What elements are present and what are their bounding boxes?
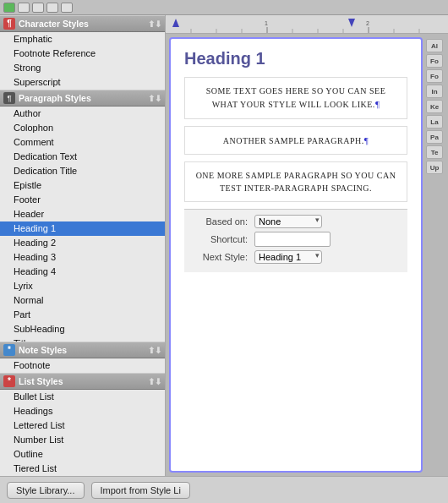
svg-rect-0 xyxy=(166,15,448,34)
list-styles-icon: * xyxy=(3,375,15,387)
style-library-button[interactable]: Style Library... xyxy=(7,482,85,499)
scroll-btn-al[interactable]: Al xyxy=(426,39,443,52)
list-item[interactable]: Number List xyxy=(0,433,165,447)
based-on-select-wrap[interactable]: None xyxy=(254,215,322,228)
list-item[interactable]: Outline xyxy=(0,447,165,462)
based-on-label: Based on: xyxy=(191,216,254,227)
next-style-select[interactable]: Heading 1 xyxy=(254,250,322,264)
bottom-bar: Style Library... Import from Style Li xyxy=(0,476,448,503)
list-item[interactable]: Bullet List xyxy=(0,390,165,404)
scroll-btn-te[interactable]: Te xyxy=(426,145,443,159)
list-item[interactable]: Footer xyxy=(0,193,165,207)
list-item[interactable]: Lyrix xyxy=(0,279,165,293)
list-item[interactable]: Footnote Reference xyxy=(0,46,165,61)
shortcut-value xyxy=(254,232,401,247)
preview-text-block-2: ANOTHER SAMPLE PARAGRAPH.¶ xyxy=(184,126,407,156)
character-styles-label: Character Styles xyxy=(19,19,89,29)
toolbar-btn-3[interactable] xyxy=(46,3,58,13)
toolbar-btn-4[interactable] xyxy=(61,3,73,13)
scroll-btn-up[interactable]: Up xyxy=(426,161,443,174)
paragraph-styles-header[interactable]: ¶ Paragraph Styles ⬆⬇ xyxy=(0,90,165,107)
list-item[interactable]: Author xyxy=(0,107,165,121)
scroll-buttons: Al Fo Fo In Ke La Pa Te Up xyxy=(426,37,445,473)
list-item[interactable]: Comment xyxy=(0,135,165,150)
character-styles-list: Emphatic Footnote Reference Strong Super… xyxy=(0,32,165,90)
preview-area: Heading 1 SOME TEXT GOES HERE SO YOU CAN… xyxy=(166,34,448,476)
list-styles-arrows: ⬆⬇ xyxy=(148,377,161,386)
list-item[interactable]: Part xyxy=(0,308,165,322)
next-style-label: Next Style: xyxy=(191,252,254,262)
scroll-btn-ke[interactable]: Ke xyxy=(426,100,443,113)
shortcut-label: Shortcut: xyxy=(191,234,254,244)
note-styles-arrows: ⬆⬇ xyxy=(148,346,161,355)
list-item[interactable]: Tiered List xyxy=(0,462,165,476)
character-styles-icon: ¶ xyxy=(3,18,15,30)
next-style-value: Heading 1 xyxy=(254,250,401,264)
preview-text-2: ANOTHER SAMPLE PARAGRAPH. xyxy=(223,136,364,145)
paragraph-styles-list: Author Colophon Comment Dedication Text … xyxy=(0,107,165,342)
list-styles-header[interactable]: * List Styles ⬆⬇ xyxy=(0,373,165,390)
paragraph-styles-arrows: ⬆⬇ xyxy=(148,94,161,103)
left-panel: ¶ Character Styles ⬆⬇ Emphatic Footnote … xyxy=(0,15,166,476)
preview-card: Heading 1 SOME TEXT GOES HERE SO YOU CAN… xyxy=(169,37,423,473)
svg-text:1: 1 xyxy=(265,20,268,26)
based-on-value: None xyxy=(254,215,401,228)
ruler: 1 2 3 xyxy=(166,15,448,34)
next-style-select-wrap[interactable]: Heading 1 xyxy=(254,250,322,264)
toolbar-btn-2[interactable] xyxy=(32,3,44,13)
preview-text-block-3: ONE MORE SAMPLE PARAGRAPH SO YOU CAN TES… xyxy=(184,161,407,202)
list-item[interactable]: Dedication Text xyxy=(0,150,165,164)
preview-text-3: ONE MORE SAMPLE PARAGRAPH SO YOU CAN TES… xyxy=(196,171,396,193)
paragraph-styles-label: Paragraph Styles xyxy=(19,93,91,103)
props-section: Based on: None Shortcut: xyxy=(184,209,407,272)
shortcut-row: Shortcut: xyxy=(191,232,401,247)
pilcrow-2: ¶ xyxy=(364,135,369,145)
list-item[interactable]: Normal xyxy=(0,293,165,308)
main-area: ¶ Character Styles ⬆⬇ Emphatic Footnote … xyxy=(0,15,448,476)
list-item[interactable]: Heading 4 xyxy=(0,265,165,279)
paragraph-styles-scroll[interactable]: Author Colophon Comment Dedication Text … xyxy=(0,107,165,342)
toolbar-btn-1[interactable] xyxy=(18,3,30,13)
list-item-selected[interactable]: Heading 1 xyxy=(0,221,165,236)
preview-heading: Heading 1 xyxy=(184,49,407,68)
character-styles-arrows: ⬆⬇ xyxy=(148,19,161,29)
note-styles-header[interactable]: * Note Styles ⬆⬇ xyxy=(0,342,165,358)
list-styles-list: Bullet List Headings Lettered List Numbe… xyxy=(0,390,165,476)
note-styles-list: Footnote xyxy=(0,358,165,373)
shortcut-input[interactable] xyxy=(254,232,331,247)
list-item[interactable]: Headings xyxy=(0,404,165,418)
list-item[interactable]: Superscript xyxy=(0,75,165,90)
preview-text-1: SOME TEXT GOES HERE SO YOU CAN SEE WHAT … xyxy=(206,86,386,109)
import-style-button[interactable]: Import from Style Li xyxy=(91,482,190,499)
scroll-btn-fo2[interactable]: Fo xyxy=(426,69,443,83)
list-item[interactable]: Epistle xyxy=(0,178,165,193)
toolbar-green-btn[interactable] xyxy=(3,3,15,13)
ruler-svg: 1 2 3 xyxy=(166,15,448,34)
scroll-btn-in[interactable]: In xyxy=(426,85,443,98)
list-item[interactable]: Footnote xyxy=(0,358,165,373)
list-styles-label: List Styles xyxy=(19,376,63,386)
character-styles-header[interactable]: ¶ Character Styles ⬆⬇ xyxy=(0,15,165,32)
right-panel: 1 2 3 Heading 1 SOME TEXT GOES HERE SO Y… xyxy=(166,15,448,476)
list-item[interactable]: Strong xyxy=(0,61,165,75)
list-item[interactable]: Dedication Title xyxy=(0,164,165,178)
note-styles-icon: * xyxy=(3,344,15,356)
preview-text-block-1: SOME TEXT GOES HERE SO YOU CAN SEE WHAT … xyxy=(184,77,407,119)
pilcrow-1: ¶ xyxy=(375,99,380,109)
list-item[interactable]: Emphatic xyxy=(0,32,165,46)
scroll-btn-la[interactable]: La xyxy=(426,115,443,128)
list-item[interactable]: Lettered List xyxy=(0,418,165,433)
list-item[interactable]: Header xyxy=(0,207,165,221)
list-item[interactable]: Colophon xyxy=(0,121,165,135)
based-on-select[interactable]: None xyxy=(254,215,322,228)
paragraph-styles-icon: ¶ xyxy=(3,92,15,104)
scroll-btn-pa[interactable]: Pa xyxy=(426,130,443,144)
list-item[interactable]: SubHeading xyxy=(0,322,165,336)
svg-text:2: 2 xyxy=(366,20,369,26)
list-item[interactable]: Heading 3 xyxy=(0,250,165,265)
scroll-btn-fo1[interactable]: Fo xyxy=(426,54,443,68)
list-item[interactable]: Heading 2 xyxy=(0,236,165,250)
toolbar xyxy=(0,0,448,15)
next-style-row: Next Style: Heading 1 xyxy=(191,250,401,264)
based-on-row: Based on: None xyxy=(191,215,401,228)
